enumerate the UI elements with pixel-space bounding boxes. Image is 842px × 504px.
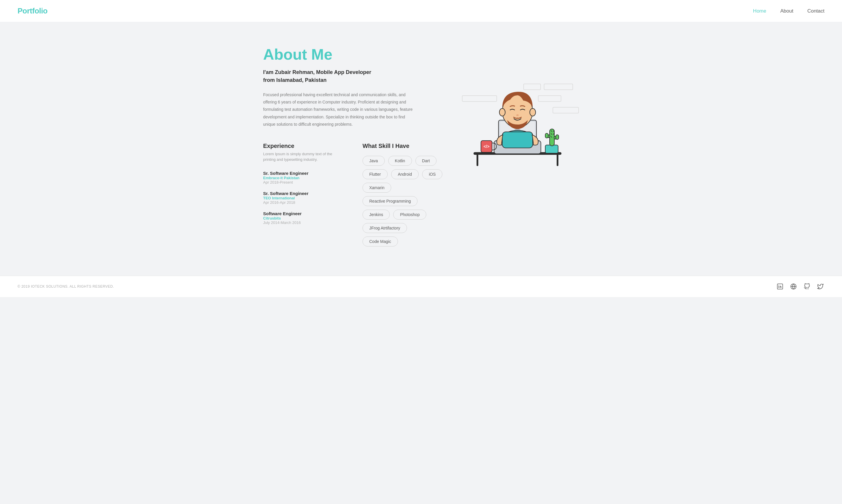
about-title-highlight: Me <box>311 46 333 63</box>
skill-tag-4: Android <box>391 169 419 179</box>
logo[interactable]: Portfolio <box>18 6 47 16</box>
skill-tag-5: iOS <box>422 169 442 179</box>
skills-heading: What Skill I Have <box>362 143 444 149</box>
exp-company-2: Citrusbits <box>263 216 345 220</box>
exp-title-2: Software Engineer <box>263 211 345 216</box>
svg-rect-23 <box>502 132 533 148</box>
illustration-section: </> </> <box>456 46 579 247</box>
github-icon[interactable] <box>803 283 811 291</box>
about-title: About Me <box>263 46 444 63</box>
footer: © 2019 IOTECK SOLUTIONS. ALL RIGHTS RESE… <box>0 276 842 297</box>
nav-links: Home About Contact <box>753 8 824 14</box>
illustration-wrapper: </> </> <box>456 57 579 168</box>
social-icons <box>776 283 824 291</box>
skills-grid: JavaKotlinDartFlutterAndroidiOSXamarinRe… <box>362 156 444 247</box>
nav-item-home[interactable]: Home <box>753 8 766 14</box>
experience-column: Experience Lorem Ipsum is simply dummy t… <box>263 143 345 247</box>
skills-column: What Skill I Have JavaKotlinDartFlutterA… <box>362 143 444 247</box>
skill-tag-6: Xamarin <box>362 183 391 193</box>
skill-tag-7: Reactive Programming <box>362 196 417 206</box>
experience-sub: Lorem Ipsum is simply dummy text of the … <box>263 151 345 163</box>
logo-text: Portfoli <box>18 6 43 15</box>
skill-tag-11: Code Magic <box>362 236 398 247</box>
exp-item-2: Software Engineer Citrusbits July 2014-M… <box>263 211 345 225</box>
skill-tag-1: Kotlin <box>388 156 412 166</box>
globe-icon[interactable] <box>789 283 798 291</box>
nav-link-home[interactable]: Home <box>753 8 766 14</box>
left-section: About Me I'am Zubair Rehman, Mobile App … <box>263 46 444 247</box>
exp-title-0: Sr. Software Engineer <box>263 171 345 176</box>
svg-text:</>: </> <box>484 144 489 149</box>
skill-tag-2: Dart <box>415 156 436 166</box>
nav-link-about[interactable]: About <box>780 8 793 14</box>
experience-heading: Experience <box>263 143 345 149</box>
skill-tag-9: Photoshop <box>393 210 426 219</box>
hero-bio: Focused professional having excellent te… <box>263 91 415 128</box>
subtitle-line1: I'am Zubair Rehman, Mobile App Developer <box>263 69 371 75</box>
bottom-section: Experience Lorem Ipsum is simply dummy t… <box>263 143 444 247</box>
svg-point-28 <box>530 108 536 116</box>
skill-tag-8: Jenkins <box>362 210 390 219</box>
exp-date-0: Apr 2018-Present <box>263 180 345 184</box>
exp-item-0: Sr. Software Engineer Embrace-it Pakista… <box>263 171 345 184</box>
nav-item-contact[interactable]: Contact <box>807 8 824 14</box>
subtitle-line2: from Islamabad, Pakistan <box>263 77 326 83</box>
skill-tag-0: Java <box>362 156 385 166</box>
svg-rect-2 <box>557 154 558 166</box>
logo-highlight: o <box>43 6 47 15</box>
exp-company-1: TEO International <box>263 196 345 200</box>
exp-item-1: Sr. Software Engineer TEO International … <box>263 191 345 205</box>
skill-tag-10: JFrog Atrtifactory <box>362 223 407 233</box>
svg-rect-14 <box>545 133 548 138</box>
nav-link-contact[interactable]: Contact <box>807 8 824 14</box>
svg-point-27 <box>499 108 505 116</box>
exp-title-1: Sr. Software Engineer <box>263 191 345 196</box>
linkedin-icon[interactable] <box>776 283 784 291</box>
nav-item-about[interactable]: About <box>780 8 793 14</box>
svg-rect-11 <box>545 145 558 153</box>
svg-rect-1 <box>477 154 478 166</box>
main-content: About Me I'am Zubair Rehman, Mobile App … <box>246 22 596 264</box>
person-illustration: </> </> <box>465 75 570 168</box>
exp-date-2: July 2014-March 2016 <box>263 220 345 225</box>
hero-subtitle: I'am Zubair Rehman, Mobile App Developer… <box>263 68 444 84</box>
footer-copyright: © 2019 IOTECK SOLUTIONS. ALL RIGHTS RESE… <box>18 285 114 289</box>
svg-rect-16 <box>556 135 559 140</box>
twitter-icon[interactable] <box>816 283 824 291</box>
about-title-plain: About <box>263 46 311 63</box>
skill-tag-3: Flutter <box>362 169 388 179</box>
svg-point-26 <box>516 114 519 116</box>
exp-date-1: Apr 2016-Apr 2018 <box>263 200 345 205</box>
navbar: Portfolio Home About Contact <box>0 0 842 22</box>
exp-company-0: Embrace-it Pakistan <box>263 176 345 180</box>
